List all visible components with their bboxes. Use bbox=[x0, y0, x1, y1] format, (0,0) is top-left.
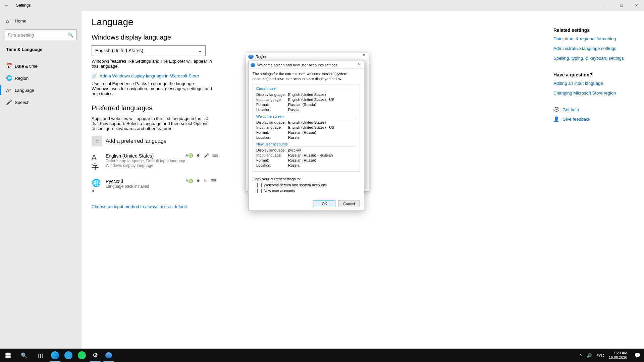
close-icon[interactable]: ✕ bbox=[629, 0, 644, 11]
globe-icon bbox=[248, 55, 254, 59]
tray-chevron-icon[interactable]: ^ bbox=[577, 353, 585, 358]
svg-rect-0 bbox=[6, 353, 8, 355]
close-icon[interactable]: ✕ bbox=[354, 61, 364, 69]
dialog-body: The settings for the current user, welco… bbox=[249, 69, 364, 197]
dialog-info: The settings for the current user, welco… bbox=[253, 71, 360, 81]
globe-icon bbox=[251, 63, 255, 67]
lep-desc: Use Local Experience Packs to change the… bbox=[92, 81, 212, 96]
language-glyph-icon: 🌐ⁿ bbox=[92, 179, 102, 196]
question-link[interactable]: Adding an input language bbox=[553, 81, 631, 86]
sidebar: ⌂ Home 🔍 Time & Language 📅 Date & time 🌐… bbox=[0, 11, 82, 362]
sidebar-item-language[interactable]: Aⁿ Language bbox=[0, 84, 81, 96]
sidebar-item-region[interactable]: 🌐 Region bbox=[0, 72, 81, 84]
sidebar-item-speech[interactable]: 🎤 Speech bbox=[0, 96, 81, 108]
ok-button[interactable]: OK bbox=[314, 200, 335, 207]
group-label: New user accounts bbox=[256, 142, 356, 147]
search-icon: 🔍 bbox=[68, 33, 73, 38]
sidebar-item-home[interactable]: ⌂ Home bbox=[0, 15, 81, 27]
keyboard-icon: A♍ bbox=[185, 179, 193, 183]
gear-icon: ⚙ bbox=[93, 352, 98, 359]
dialog-title-bar[interactable]: Welcome screen and new user accounts set… bbox=[249, 61, 364, 69]
question-heading: Have a question? bbox=[553, 72, 631, 77]
language-sub: Language pack installed bbox=[106, 184, 149, 189]
taskbar-app-edge[interactable] bbox=[48, 349, 62, 362]
clock-time: 1:23 AM bbox=[609, 351, 627, 355]
calendar-icon: 📅 bbox=[6, 63, 15, 69]
taskbar-search-button[interactable]: 🔍 bbox=[16, 349, 32, 362]
home-icon: ⌂ bbox=[6, 18, 15, 24]
checkbox-icon bbox=[257, 183, 262, 187]
notification-icon[interactable]: 💬 bbox=[631, 352, 644, 358]
taskbar-app-telegram[interactable] bbox=[62, 349, 75, 362]
right-pane: Related settings Date, time, & regional … bbox=[553, 27, 631, 126]
search-input[interactable]: 🔍 bbox=[5, 29, 76, 40]
telegram-icon bbox=[64, 351, 72, 359]
speech-icon: 🎤 bbox=[204, 153, 209, 158]
taskbar-app-spotify[interactable] bbox=[75, 349, 89, 362]
feedback-icon: 👤 bbox=[553, 116, 559, 122]
tts-icon: 🗣 bbox=[197, 153, 201, 158]
close-icon[interactable]: ✕ bbox=[359, 53, 369, 60]
back-icon[interactable]: ← bbox=[0, 3, 13, 8]
display-language-value: English (United States) bbox=[95, 48, 143, 53]
sidebar-category: Time & Language bbox=[0, 43, 81, 56]
spotify-icon bbox=[78, 351, 86, 359]
settings-window: ← Settings ― □ ✕ ⌂ Home 🔍 Time & Languag… bbox=[0, 0, 644, 362]
sidebar-item-label: Region bbox=[15, 76, 29, 81]
checkbox-icon bbox=[257, 189, 262, 193]
search-field[interactable] bbox=[8, 33, 68, 38]
region-dialog-title-bar[interactable]: Region bbox=[246, 53, 369, 60]
window-title: Settings bbox=[16, 3, 31, 8]
checkbox-new-users[interactable]: New user accounts bbox=[257, 189, 360, 193]
tray-language[interactable]: РУС bbox=[594, 353, 605, 358]
plus-icon: + bbox=[92, 136, 102, 146]
taskbar-clock[interactable]: 1:23 AM 16.06.2020 bbox=[606, 351, 630, 360]
language-sub: Windows display language bbox=[106, 163, 186, 168]
display-language-select[interactable]: English (United States) ⌄ bbox=[92, 45, 206, 56]
language-badges: A♍ 🗣 🎤 ⌨ bbox=[185, 153, 218, 158]
globe-icon: 🌐 bbox=[6, 75, 15, 81]
group-label: Current user bbox=[256, 86, 356, 91]
related-link[interactable]: Spelling, typing, & keyboard settings bbox=[553, 56, 631, 61]
window-controls: ― □ ✕ bbox=[599, 0, 644, 11]
svg-rect-1 bbox=[8, 353, 10, 355]
help-icon: 💬 bbox=[553, 107, 559, 112]
checkbox-welcome-screen[interactable]: Welcome screen and system accounts bbox=[257, 183, 360, 187]
keyboard-badge-icon: ⌨ bbox=[212, 153, 218, 158]
display-language-desc: Windows features like Settings and File … bbox=[92, 59, 212, 69]
region-dialog-title: Region bbox=[256, 55, 267, 59]
language-glyph-icon: A字 bbox=[92, 153, 102, 172]
group-label: Welcome screen bbox=[256, 114, 356, 119]
maximize-icon[interactable]: □ bbox=[614, 0, 629, 11]
get-help-link[interactable]: 💬 Get help bbox=[553, 107, 631, 112]
taskbar: 🔍 ◫ ⚙ ^ 🔊 РУС 1:23 AM 16.06.2020 💬 bbox=[0, 349, 644, 362]
handwriting-icon: ✎ bbox=[204, 179, 207, 183]
sidebar-item-label: Language bbox=[15, 88, 34, 93]
related-link[interactable]: Date, time, & regional formatting bbox=[553, 36, 631, 41]
svg-rect-2 bbox=[6, 356, 8, 358]
chevron-down-icon: ⌄ bbox=[198, 48, 202, 53]
question-link[interactable]: Changing Microsoft Store region bbox=[553, 90, 631, 96]
keyboard-icon: A♍ bbox=[185, 153, 193, 158]
minimize-icon[interactable]: ― bbox=[599, 0, 614, 11]
store-icon: 🛒 bbox=[92, 73, 97, 78]
task-view-button[interactable]: ◫ bbox=[32, 349, 48, 362]
tts-icon: 🗣 bbox=[197, 179, 201, 183]
start-button[interactable] bbox=[0, 349, 16, 362]
taskbar-app-region[interactable] bbox=[102, 349, 115, 362]
tray-volume-icon[interactable]: 🔊 bbox=[585, 353, 593, 358]
clock-date: 16.06.2020 bbox=[609, 355, 627, 360]
dialog-buttons: OK Cancel bbox=[314, 200, 360, 207]
sidebar-item-datetime[interactable]: 📅 Date & time bbox=[0, 60, 81, 72]
related-settings-heading: Related settings bbox=[553, 27, 631, 33]
give-feedback-link[interactable]: 👤 Give feedback bbox=[553, 116, 631, 122]
microphone-icon: 🎤 bbox=[6, 99, 15, 105]
language-sub: Default app language; Default input lang… bbox=[106, 159, 186, 163]
taskbar-app-settings[interactable]: ⚙ bbox=[89, 349, 102, 362]
svg-rect-3 bbox=[8, 356, 10, 358]
page-title: Language bbox=[92, 17, 306, 27]
globe-icon bbox=[105, 352, 112, 358]
sidebar-item-label: Date & time bbox=[15, 64, 38, 69]
cancel-button[interactable]: Cancel bbox=[338, 200, 360, 207]
related-link[interactable]: Administrative language settings bbox=[553, 46, 631, 51]
